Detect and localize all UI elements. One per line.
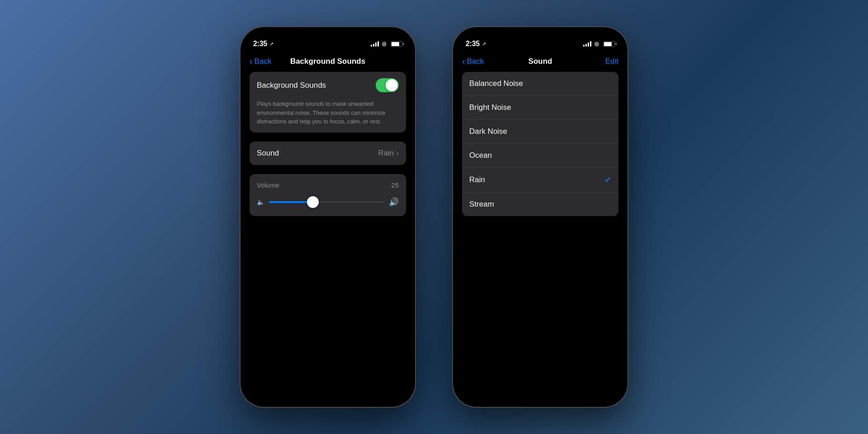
toggle-row-1: Background Sounds	[250, 72, 406, 99]
volume-card-1: Volume 25 🔈 🔊	[250, 174, 406, 216]
settings-content-1: Background Sounds Plays background sound…	[241, 72, 415, 216]
toggle-description-1: Plays background sounds to mask unwanted…	[250, 99, 406, 132]
back-button-1[interactable]: ‹ Back	[250, 56, 271, 66]
sound-item-label-1: Bright Noise	[469, 103, 511, 112]
sound-list: Balanced Noise Bright Noise Dark Noise O…	[462, 72, 618, 216]
sound-item-label-4: Rain	[469, 175, 485, 184]
sound-chevron-1: ›	[396, 150, 399, 157]
background-sounds-toggle[interactable]	[376, 78, 399, 92]
sound-item-label-5: Stream	[469, 200, 494, 209]
edit-button-2[interactable]: Edit	[605, 57, 618, 66]
sound-item-rain[interactable]: Rain ✓	[462, 168, 618, 193]
selected-checkmark: ✓	[604, 175, 611, 185]
nav-bar-1: ‹ Back Background Sounds	[241, 52, 415, 72]
battery-icon-1	[391, 41, 402, 47]
location-icon-2: ↗	[482, 41, 486, 47]
sound-item-label-2: Dark Noise	[469, 127, 507, 136]
sound-value-text-1: Rain	[378, 149, 394, 158]
signal-icon-2	[583, 41, 591, 47]
status-time-2: 2:35	[466, 40, 480, 48]
dynamic-island-2	[512, 33, 569, 49]
sound-item-label-0: Balanced Noise	[469, 79, 523, 88]
sound-item-dark-noise[interactable]: Dark Noise	[462, 120, 618, 144]
volume-low-icon: 🔈	[257, 198, 264, 206]
back-chevron-1: ‹	[250, 56, 253, 66]
volume-label-1: Volume	[257, 181, 279, 189]
volume-high-icon: 🔊	[389, 197, 399, 207]
sound-item-ocean[interactable]: Ocean	[462, 144, 618, 168]
sound-row-1[interactable]: Sound Rain ›	[250, 142, 406, 165]
volume-header-1: Volume 25	[257, 181, 399, 189]
screen-2: 2:35 ↗ ⊛ ‹ Back Sound Edit	[453, 27, 627, 407]
back-label-2: Back	[467, 57, 484, 66]
sound-value-1: Rain ›	[378, 149, 399, 158]
location-icon-1: ↗	[269, 41, 274, 47]
back-chevron-2: ‹	[462, 56, 465, 66]
sound-item-stream[interactable]: Stream	[462, 193, 618, 216]
volume-slider-fill	[269, 201, 313, 203]
sound-item-balanced-noise[interactable]: Balanced Noise	[462, 72, 618, 96]
status-time-1: 2:35	[253, 40, 267, 48]
phone-1: 2:35 ↗ ⊛ ‹ Back Background Sounds	[240, 26, 416, 408]
sound-item-bright-noise[interactable]: Bright Noise	[462, 96, 618, 120]
dynamic-island-1	[299, 33, 356, 49]
volume-slider-container: 🔈 🔊	[257, 197, 399, 207]
status-icons-2: ⊛	[583, 40, 615, 47]
signal-icon-1	[371, 41, 379, 47]
sound-item-label-3: Ocean	[469, 151, 492, 160]
volume-slider-thumb[interactable]	[307, 196, 319, 208]
toggle-section-1: Background Sounds Plays background sound…	[250, 72, 406, 132]
nav-bar-2: ‹ Back Sound Edit	[453, 52, 627, 72]
phone-2: 2:35 ↗ ⊛ ‹ Back Sound Edit	[452, 26, 628, 408]
volume-slider-track[interactable]	[269, 201, 384, 203]
status-icons-1: ⊛	[371, 40, 402, 47]
battery-icon-2	[603, 41, 615, 47]
screen-1: 2:35 ↗ ⊛ ‹ Back Background Sounds	[241, 27, 415, 407]
volume-value-1: 25	[391, 181, 399, 189]
back-button-2[interactable]: ‹ Back	[462, 56, 484, 66]
sound-label-1: Sound	[257, 149, 279, 158]
back-label-1: Back	[255, 57, 272, 66]
toggle-label-1: Background Sounds	[257, 81, 326, 90]
page-title-2: Sound	[528, 57, 552, 66]
page-title-1: Background Sounds	[290, 57, 365, 66]
wifi-icon-1: ⊛	[382, 40, 387, 47]
wifi-icon-2: ⊛	[594, 40, 599, 47]
